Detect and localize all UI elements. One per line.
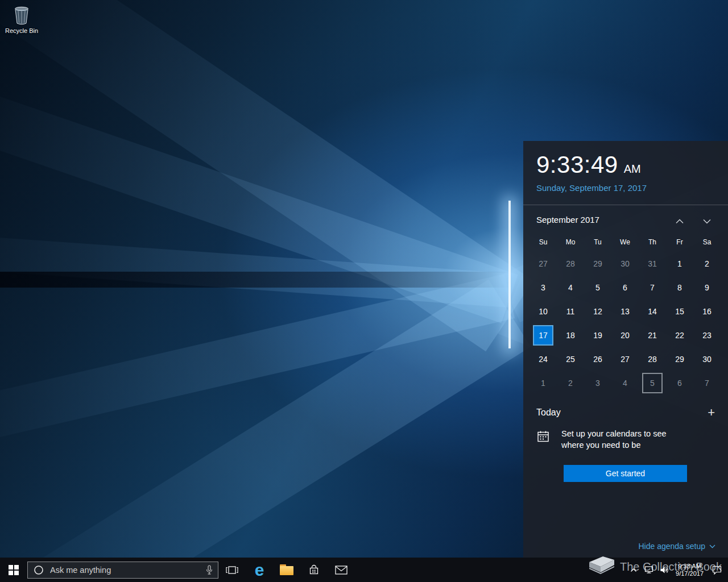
calendar-day-header: Th: [639, 235, 666, 249]
calendar-day[interactable]: 6: [666, 371, 693, 395]
network-button[interactable]: [641, 558, 656, 582]
mail-envelope-icon: [335, 566, 348, 575]
edge-button[interactable]: e: [246, 558, 273, 582]
recycle-bin[interactable]: Recycle Bin: [5, 5, 39, 34]
calendar-day[interactable]: 17: [530, 323, 557, 347]
chevron-up-icon: [676, 219, 684, 224]
calendar-day[interactable]: 7: [639, 276, 666, 300]
clock-time-row: 9:33:49 AM: [536, 151, 641, 178]
calendar-day[interactable]: 24: [530, 347, 557, 371]
calendar-day[interactable]: 4: [557, 276, 584, 300]
microphone-icon[interactable]: [205, 565, 213, 575]
today-heading: Today: [536, 408, 561, 418]
calendar-day[interactable]: 16: [693, 300, 721, 323]
recycle-bin-label: Recycle Bin: [5, 27, 38, 34]
action-center-icon: [712, 566, 722, 575]
task-view-icon: [226, 565, 238, 575]
store-bag-icon: [308, 564, 320, 576]
calendar-day[interactable]: 5: [639, 371, 666, 395]
calendar-month-label[interactable]: September 2017: [536, 215, 599, 225]
calendar-day[interactable]: 31: [639, 252, 666, 276]
action-center-button[interactable]: [708, 558, 726, 582]
show-hidden-icons-button[interactable]: [626, 558, 641, 582]
calendar-day[interactable]: 22: [666, 323, 693, 347]
volume-icon: [660, 566, 669, 574]
calendar-day[interactable]: 27: [530, 252, 557, 276]
calendar-day[interactable]: 13: [611, 300, 639, 323]
calendar-day-header: Sa: [693, 235, 721, 249]
flyout-divider: [523, 205, 728, 205]
agenda-today-row: Today +: [536, 407, 715, 418]
calendar-day[interactable]: 27: [611, 347, 639, 371]
calendar-day[interactable]: 28: [639, 347, 666, 371]
calendar-day[interactable]: 1: [530, 371, 557, 395]
agenda-setup-text: Set up your calendars to see where you n…: [561, 428, 684, 451]
wallpaper-window-edge: [508, 201, 511, 348]
calendar-day[interactable]: 9: [693, 276, 721, 300]
add-event-button[interactable]: +: [708, 407, 715, 418]
agenda-setup-section: Set up your calendars to see where you n…: [536, 428, 715, 451]
calendar-day[interactable]: 21: [639, 323, 666, 347]
clock-date: Sunday, September 17, 2017: [536, 183, 647, 193]
calendar-day[interactable]: 20: [611, 323, 639, 347]
calendar-day[interactable]: 10: [530, 300, 557, 323]
calendar-month-row: September 2017: [536, 215, 715, 227]
calendar-grid: 2728293031123456789101112131415161718192…: [530, 252, 721, 395]
calendar-day[interactable]: 18: [557, 323, 584, 347]
calendar-day[interactable]: 11: [557, 300, 584, 323]
hide-agenda-label: Hide agenda setup: [638, 542, 705, 551]
store-button[interactable]: [300, 558, 328, 582]
clock-calendar-flyout: 9:33:49 AM Sunday, September 17, 2017 Se…: [523, 141, 728, 558]
calendar-day[interactable]: 30: [611, 252, 639, 276]
calendar-day[interactable]: 6: [611, 276, 639, 300]
cortana-icon: [34, 565, 44, 575]
get-started-button[interactable]: Get started: [564, 465, 687, 482]
taskbar: The Collection Book e: [0, 558, 728, 582]
calendar-prev-month-button[interactable]: [672, 215, 688, 227]
calendar-day[interactable]: 29: [666, 347, 693, 371]
clock-time: 9:33:49: [536, 151, 618, 178]
task-view-button[interactable]: [218, 558, 246, 582]
calendar-icon: [536, 430, 550, 451]
mail-button[interactable]: [328, 558, 355, 582]
calendar-day-header: Fr: [666, 235, 693, 249]
file-explorer-button[interactable]: [273, 558, 300, 582]
book-icon: [586, 554, 617, 579]
calendar-day[interactable]: 28: [557, 252, 584, 276]
calendar-day[interactable]: 7: [693, 371, 721, 395]
calendar-day[interactable]: 3: [584, 371, 611, 395]
calendar-day[interactable]: 8: [666, 276, 693, 300]
calendar-day[interactable]: 29: [584, 252, 611, 276]
chevron-down-icon: [709, 544, 715, 548]
calendar-next-month-button[interactable]: [699, 215, 715, 227]
calendar-day[interactable]: 1: [666, 252, 693, 276]
calendar-day[interactable]: 12: [584, 300, 611, 323]
tray-clock[interactable]: 9:33 AM 9/17/2017: [672, 563, 708, 577]
calendar-day[interactable]: 25: [557, 347, 584, 371]
calendar-day[interactable]: 23: [693, 323, 721, 347]
chevron-up-icon: [630, 568, 637, 572]
tray-date: 9/17/2017: [676, 570, 704, 577]
start-button[interactable]: [0, 558, 27, 582]
calendar-day[interactable]: 2: [557, 371, 584, 395]
calendar-day[interactable]: 14: [639, 300, 666, 323]
volume-button[interactable]: [656, 558, 672, 582]
calendar-day[interactable]: 30: [693, 347, 721, 371]
folder-icon: [280, 564, 293, 575]
calendar-day[interactable]: 19: [584, 323, 611, 347]
hide-agenda-setup-link[interactable]: Hide agenda setup: [638, 542, 715, 551]
calendar-day[interactable]: 15: [666, 300, 693, 323]
calendar-day[interactable]: 5: [584, 276, 611, 300]
calendar-day[interactable]: 26: [584, 347, 611, 371]
calendar-day[interactable]: 2: [693, 252, 721, 276]
calendar-day-headers: SuMoTuWeThFrSa: [530, 235, 721, 249]
search-input[interactable]: [49, 565, 200, 575]
tray-time: 9:33 AM: [676, 563, 704, 570]
calendar-day-header: Su: [530, 235, 557, 249]
taskbar-search[interactable]: [27, 562, 218, 579]
desktop-screen: Recycle Bin 9:33:49 AM Sunday, September…: [0, 0, 728, 582]
recycle-bin-icon: [11, 5, 32, 26]
calendar-day[interactable]: 4: [611, 371, 639, 395]
calendar-day[interactable]: 3: [530, 276, 557, 300]
clock-meridiem: AM: [624, 163, 641, 176]
